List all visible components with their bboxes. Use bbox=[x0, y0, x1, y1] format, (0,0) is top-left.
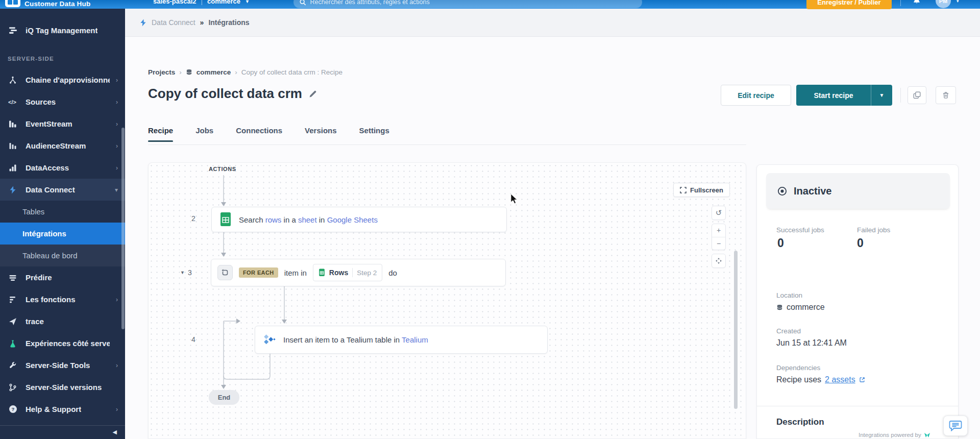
step-text: do bbox=[388, 269, 397, 277]
created-value: Jun 15 at 12:41 AM bbox=[776, 338, 847, 348]
global-search[interactable] bbox=[293, 0, 642, 8]
end-node: End bbox=[209, 390, 239, 405]
sidebar-item-les-fonctions[interactable]: Les fonctions› bbox=[0, 288, 125, 310]
sidebar-item-server-side-versions[interactable]: Server-Side versions bbox=[0, 376, 125, 398]
sidebar-item-eventstream[interactable]: EventStream› bbox=[0, 113, 125, 135]
breadcrumb-projects-link[interactable]: Projects bbox=[148, 68, 175, 76]
sidebar-item-audiencestream[interactable]: AudienceStream› bbox=[0, 135, 125, 157]
tabs-underline bbox=[148, 144, 746, 145]
google-sheets-link[interactable]: Google Sheets bbox=[327, 215, 378, 224]
sidebar-item-tables[interactable]: Tables bbox=[0, 201, 125, 223]
sidebar-item-label: Prédire bbox=[26, 273, 52, 282]
svg-text:?: ? bbox=[11, 406, 14, 412]
sidebar-item-sources[interactable]: </>Sources› bbox=[0, 91, 125, 113]
header-divider bbox=[900, 88, 901, 103]
sidebar-item-label: Chaine d'approvisionnem bbox=[26, 76, 110, 84]
sidebar-item-integrations[interactable]: Intégrations bbox=[0, 223, 125, 245]
reset-view-icon: ↺ bbox=[716, 208, 722, 217]
sidebar-item-label: Server-Side Tools bbox=[26, 361, 90, 370]
sidebar-collapse-icon[interactable]: ◀ bbox=[113, 429, 117, 435]
failed-jobs-value: 0 bbox=[857, 236, 864, 250]
panel-divider bbox=[757, 406, 958, 406]
server-tools-icon bbox=[8, 361, 18, 370]
sidebar-item-label: trace bbox=[26, 317, 44, 326]
supply-chain-icon bbox=[8, 76, 18, 84]
trash-icon bbox=[942, 91, 949, 99]
step-search-rows[interactable]: Search rows in a sheet in Google Sheets bbox=[211, 207, 507, 232]
tealium-link[interactable]: Tealium bbox=[402, 335, 428, 344]
user-avatar[interactable]: PM bbox=[936, 0, 951, 8]
sheet-link[interactable]: sheet bbox=[298, 215, 317, 224]
sidebar-item-trace[interactable]: trace bbox=[0, 310, 125, 332]
status-text: Inactive bbox=[794, 185, 831, 197]
account-separator: | bbox=[201, 0, 203, 5]
sidebar-item-label: Data Connect bbox=[26, 185, 75, 194]
sidebar-item-supply-chain[interactable]: Chaine d'approvisionnem› bbox=[0, 69, 125, 91]
save-publish-button[interactable]: Enregistrer / Publier bbox=[806, 0, 892, 9]
tab-versions[interactable]: Versions bbox=[305, 126, 337, 142]
copy-icon bbox=[913, 91, 921, 99]
functions-icon bbox=[8, 296, 18, 304]
sidebar-item-server-side-tools[interactable]: Server-Side Tools› bbox=[0, 354, 125, 376]
edit-pencil-icon[interactable] bbox=[308, 89, 317, 98]
start-recipe-button[interactable]: Start recipe bbox=[796, 85, 871, 106]
sidebar-item-help-support[interactable]: ?Help & Support› bbox=[0, 398, 125, 420]
recipe-tabs: RecipeJobsConnectionsVersionsSettings bbox=[148, 126, 389, 142]
sidebar-item-label: Expériences côté serveur bbox=[26, 339, 110, 348]
profile-name: commerce bbox=[207, 0, 240, 5]
fullscreen-button[interactable]: Fullscreen bbox=[673, 183, 730, 197]
sidebar-item-dataaccess[interactable]: DataAccess› bbox=[0, 157, 125, 179]
sidebar-item-predire[interactable]: Prédire bbox=[0, 266, 125, 288]
recipe-canvas[interactable]: ACTIONS 2 bbox=[148, 162, 746, 439]
start-recipe-split-button[interactable]: Start recipe ▼ bbox=[796, 85, 892, 106]
rows-link[interactable]: rows bbox=[265, 215, 282, 224]
sidebar-item-label: DataAccess bbox=[26, 163, 69, 172]
tab-connections[interactable]: Connections bbox=[236, 126, 282, 142]
chip-divider bbox=[352, 268, 353, 277]
workato-logo-icon bbox=[924, 432, 930, 438]
copy-recipe-button[interactable] bbox=[908, 86, 926, 104]
sidebar-item-label: Server-Side versions bbox=[26, 383, 102, 392]
delete-recipe-button[interactable] bbox=[936, 86, 956, 104]
start-recipe-dropdown[interactable]: ▼ bbox=[871, 85, 892, 106]
breadcrumb-project-link[interactable]: commerce bbox=[197, 68, 231, 76]
chevron-right-icon: › bbox=[116, 164, 118, 172]
chat-support-button[interactable] bbox=[943, 416, 968, 436]
account-profile-switcher[interactable]: sales-pascal2 | commerce ▼ bbox=[153, 0, 250, 5]
sidebar-item-experiences-cote-serveur[interactable]: Expériences côté serveur bbox=[0, 332, 125, 354]
breadcrumb-app[interactable]: Data Connect bbox=[152, 18, 195, 27]
chevron-right-icon: › bbox=[116, 406, 118, 413]
location-label: Location bbox=[776, 291, 802, 299]
notifications-button[interactable] bbox=[913, 0, 921, 6]
collapse-step-icon[interactable]: ▼ bbox=[180, 270, 185, 275]
step-text: in bbox=[319, 215, 325, 224]
reset-view-button[interactable]: ↺ bbox=[712, 206, 726, 220]
dependencies-text: Recipe uses bbox=[776, 375, 821, 384]
search-input[interactable] bbox=[310, 0, 636, 6]
sidebar-item-data-connect[interactable]: Data Connect▾ bbox=[0, 179, 125, 201]
repeat-loop-icon bbox=[221, 269, 229, 277]
rows-datapill-chip[interactable]: Rows Step 2 bbox=[313, 264, 382, 281]
pan-button[interactable] bbox=[712, 254, 726, 268]
tab-settings[interactable]: Settings bbox=[359, 126, 389, 142]
zoom-controls: + − bbox=[712, 224, 726, 250]
sidebar-nav: iQ Tag ManagementSERVER-SIDEChaine d'app… bbox=[0, 9, 125, 439]
step-for-each[interactable]: FOR EACH item in Rows Step 2 do bbox=[211, 259, 506, 286]
sidebar-footer: ◀ bbox=[0, 425, 125, 439]
edit-recipe-button[interactable]: Edit recipe bbox=[721, 85, 791, 106]
step-number: 4 bbox=[191, 335, 195, 344]
breadcrumb: Projects › commerce › Copy of collect da… bbox=[148, 68, 342, 76]
canvas-scrollbar[interactable] bbox=[734, 251, 738, 409]
tab-recipe[interactable]: Recipe bbox=[148, 126, 173, 142]
sidebar-item-iq-tag-management[interactable]: iQ Tag Management bbox=[0, 19, 125, 41]
zoom-out-button[interactable]: − bbox=[712, 237, 725, 250]
tab-jobs[interactable]: Jobs bbox=[195, 126, 213, 142]
sidebar-item-tableau-de-bord[interactable]: Tableau de bord bbox=[0, 245, 125, 266]
step-text: item in bbox=[284, 269, 307, 277]
breadcrumb-separator: » bbox=[200, 18, 204, 27]
step-insert-item[interactable]: Insert an item to a Tealium table in Tea… bbox=[255, 326, 548, 354]
powered-by-note: Integrations powered by bbox=[859, 432, 930, 438]
assets-link[interactable]: 2 assets bbox=[825, 375, 855, 384]
zoom-in-button[interactable]: + bbox=[712, 224, 725, 237]
sidebar-scrollbar[interactable] bbox=[121, 128, 125, 329]
